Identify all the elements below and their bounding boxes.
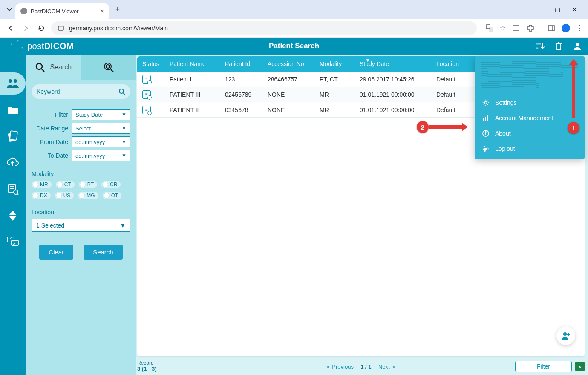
acc-cell: NONE [265,107,317,113]
th-loc[interactable]: Location [434,61,476,67]
menu-logout[interactable]: Log out [475,141,585,156]
rail-upload-icon[interactable] [5,155,20,170]
from-date-label: From Date [32,138,68,145]
browser-chrome: PostDICOM Viewer × + — ▢ ✕ germany.postd… [0,0,588,38]
bookmark-icon[interactable]: ☆ [500,24,506,32]
first-page-icon[interactable]: « [326,363,329,370]
filter-label: Filter [32,111,68,118]
rail-worklist-icon[interactable] [5,182,20,197]
url-text: germany.postdicom.com/Viewer/Main [69,25,168,32]
excel-export-icon[interactable]: x [575,362,585,371]
tab-dropdown-icon[interactable] [3,3,15,15]
status-cell: ≡ [137,90,167,99]
page-indicator: 1 / 1 [360,363,371,370]
th-pid[interactable]: Patient Id [222,61,265,67]
redacted-line [481,61,578,69]
modality-chip-mg[interactable]: MG [78,192,98,199]
acc-cell: NONE [265,91,317,98]
mod-cell: PT, CT [317,76,357,83]
radio-icon [56,193,62,199]
menu-settings[interactable]: Settings [475,95,585,110]
mod-cell: MR [317,107,357,113]
modality-chip-mr[interactable]: MR [32,181,52,188]
svg-rect-4 [513,26,519,31]
new-tab-button[interactable]: + [112,3,124,15]
search-button[interactable]: Search [84,245,123,260]
page-title: Patient Search [269,42,319,50]
rail-monitors-icon[interactable] [5,234,20,250]
modality-chip-cr[interactable]: CR [101,181,121,188]
modality-chip-ot[interactable]: OT [103,192,122,199]
menu-icon[interactable]: ⋮ [576,24,583,32]
search-tab-advanced[interactable] [81,55,137,80]
site-info-icon[interactable] [57,24,65,32]
keyword-input[interactable] [37,88,118,95]
svg-point-22 [104,63,111,70]
address-bar: germany.postdicom.com/Viewer/Main ☆ ⋮ [0,19,588,38]
th-date[interactable]: ▼Study Date [357,61,434,67]
rail-documents-icon[interactable] [5,129,20,144]
browser-tab[interactable]: PostDICOM Viewer × [15,3,109,19]
date-range-select[interactable]: Select▼ [72,123,130,134]
radio-icon [57,182,63,188]
info-icon [481,129,490,138]
profile-icon[interactable] [562,24,570,32]
maximize-icon[interactable]: ▢ [554,6,561,13]
mod-cell: MR [317,91,357,98]
close-icon[interactable]: ✕ [571,6,578,13]
forward-button[interactable] [20,23,32,34]
footer-filter-button[interactable]: Filter [515,361,572,372]
user-icon[interactable] [572,40,583,52]
radio-icon [102,182,108,188]
trash-icon[interactable] [553,40,564,52]
to-date-input[interactable]: dd.mm.yyyy▼ [72,150,130,161]
th-mod[interactable]: Modality [317,61,357,67]
prev-page-button[interactable]: Previous [332,363,354,370]
menu-account[interactable]: Account Management [475,110,585,126]
location-select[interactable]: 1 Selected▼ [32,219,130,232]
modality-chip-pt[interactable]: PT [79,181,97,188]
minimize-icon[interactable]: — [537,6,544,13]
svg-line-17 [17,193,18,195]
status-cell: ≡ [137,106,167,114]
pid-cell: 0345678 [222,107,265,113]
keyword-input-wrap[interactable] [32,84,130,99]
tab-close-icon[interactable]: × [101,8,104,14]
th-acc[interactable]: Accession No [265,61,317,67]
sidepanel-icon[interactable] [547,24,556,32]
annotation-badge-2: 2 [417,121,429,133]
modality-chip-us[interactable]: US [55,192,74,199]
next-icon[interactable]: › [374,363,376,370]
url-box[interactable]: germany.postdicom.com/Viewer/Main [51,21,477,35]
svg-point-7 [576,43,579,46]
rail-sync-icon[interactable] [5,208,20,223]
rail-folder-icon[interactable] [5,102,20,118]
svg-line-24 [111,69,113,72]
svg-point-8 [9,79,12,83]
name-cell: PATIENT II [167,107,222,113]
extensions-icon[interactable] [526,24,535,32]
last-page-icon[interactable]: » [392,363,395,370]
modality-chip-dx[interactable]: DX [32,192,51,199]
clear-button[interactable]: Clear [39,245,73,260]
filter-select[interactable]: Study Date▼ [72,109,130,120]
from-date-input[interactable]: dd.mm.yyyy▼ [72,136,130,147]
back-button[interactable] [5,23,16,34]
translate-icon[interactable] [485,24,494,32]
loc-cell: Default [434,76,476,83]
sort-icon[interactable] [534,40,545,52]
prev-icon[interactable]: ‹ [356,363,358,370]
cast-icon[interactable] [512,24,520,32]
svg-point-34 [484,146,485,147]
th-name[interactable]: Patient Name [167,61,222,67]
search-tab-text[interactable]: Search [26,55,81,80]
reload-button[interactable] [36,23,47,34]
rail-patients-icon[interactable] [5,76,20,91]
svg-line-21 [42,69,44,72]
next-page-button[interactable]: Next [378,363,390,370]
th-status[interactable]: Status [137,61,167,67]
keyword-search-icon[interactable] [118,88,125,95]
modality-chip-ct[interactable]: CT [56,181,75,188]
topbar-icons [534,40,583,52]
add-user-fab[interactable] [556,326,575,345]
